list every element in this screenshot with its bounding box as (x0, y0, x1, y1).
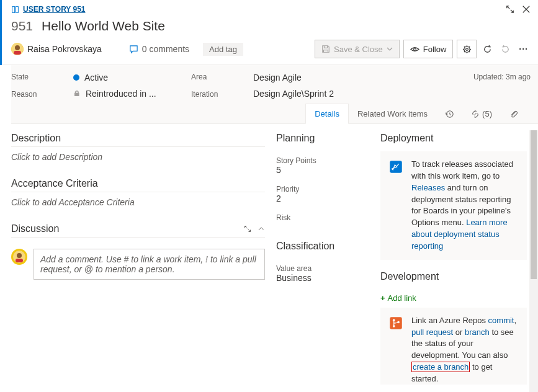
close-icon[interactable] (522, 5, 531, 14)
refresh-icon[interactable] (480, 45, 495, 54)
value-area-label: Value area (276, 264, 369, 273)
scrollbar[interactable] (529, 130, 538, 392)
breadcrumb-link[interactable]: USER STORY 951 (23, 5, 86, 14)
gear-icon (462, 45, 472, 54)
tab-related[interactable]: Related Work items (349, 104, 436, 123)
workitem-title[interactable]: Hello World Web Site (42, 19, 165, 33)
more-icon[interactable]: ··· (516, 44, 531, 54)
expand-icon[interactable] (244, 225, 251, 233)
deployment-heading: Deployment (380, 133, 527, 146)
link-icon (471, 110, 480, 118)
assignee-field[interactable]: Raisa Pokrovskaya (11, 43, 102, 55)
tab-history[interactable] (436, 104, 462, 123)
updated-timestamp: Updated: 3m ago (473, 73, 531, 81)
svg-point-3 (15, 45, 20, 50)
tab-links[interactable]: (5) (462, 104, 501, 123)
priority-label: Priority (276, 185, 369, 194)
settings-button[interactable] (457, 40, 477, 58)
state-label: State (11, 73, 48, 81)
svg-point-7 (465, 48, 468, 50)
plus-icon: + (380, 293, 385, 303)
lock-icon: 🔒︎ (73, 89, 81, 98)
state-field[interactable]: Active (73, 73, 166, 82)
avatar (11, 249, 27, 265)
classification-heading: Classification (276, 241, 369, 254)
svg-point-10 (17, 253, 22, 258)
svg-point-15 (393, 325, 395, 327)
tab-details[interactable]: Details (305, 104, 349, 124)
save-icon (321, 45, 330, 53)
add-link-button[interactable]: + Add link (380, 293, 527, 303)
state-dot-icon (73, 74, 79, 81)
svg-rect-1 (16, 6, 18, 12)
development-panel: Link an Azure Repos commit, pull request… (380, 308, 527, 385)
avatar (11, 43, 24, 55)
undo-icon[interactable] (498, 45, 513, 54)
iteration-field[interactable]: Design Agile\Sprint 2 (253, 89, 449, 99)
save-close-button: Save & Close (315, 40, 400, 58)
branch-icon (388, 315, 405, 385)
svg-rect-11 (16, 259, 23, 262)
releases-link[interactable]: Releases (411, 183, 445, 192)
reason-field[interactable]: 🔒︎Reintroduced in ... (73, 89, 166, 99)
pull-request-link[interactable]: pull request (411, 327, 453, 337)
priority-field[interactable]: 2 (276, 194, 369, 203)
chevron-up-icon[interactable] (258, 225, 265, 233)
svg-rect-0 (12, 6, 15, 12)
discussion-heading: Discussion (11, 223, 59, 234)
story-points-field[interactable]: 5 (276, 165, 369, 175)
comments-label: 0 comments (142, 44, 189, 54)
tab-attachments[interactable] (501, 104, 527, 123)
comments-count[interactable]: 0 comments (129, 44, 189, 54)
commit-link[interactable]: commit (488, 316, 514, 325)
follow-button[interactable]: Follow (403, 40, 454, 58)
discussion-input[interactable]: Add a comment. Use # to link a work item… (34, 249, 265, 280)
deployment-panel: To track releases associated with this w… (380, 151, 527, 260)
eye-icon (410, 45, 419, 54)
acceptance-field[interactable]: Click to add Acceptance Criteria (11, 197, 265, 207)
comment-icon (129, 45, 138, 54)
planning-heading: Planning (276, 133, 369, 146)
rocket-icon (388, 159, 405, 252)
assignee-name: Raisa Pokrovskaya (27, 44, 102, 54)
iteration-label: Iteration (191, 90, 228, 99)
history-icon (445, 110, 454, 118)
add-tag-button[interactable]: Add tag (203, 43, 243, 56)
create-branch-link[interactable]: create a branch (411, 362, 470, 372)
description-heading: Description (11, 133, 265, 147)
svg-point-14 (393, 319, 395, 321)
workitem-id: 951 (11, 19, 33, 33)
area-field[interactable]: Design Agile (253, 73, 449, 82)
branch-link[interactable]: branch (465, 327, 490, 337)
area-label: Area (191, 73, 228, 81)
attachment-icon (509, 110, 518, 118)
scroll-thumb[interactable] (531, 130, 537, 279)
chevron-down-icon (387, 46, 393, 52)
reason-label: Reason (11, 90, 48, 99)
value-area-field[interactable]: Business (276, 273, 369, 283)
description-field[interactable]: Click to add Description (11, 152, 265, 162)
svg-rect-4 (14, 51, 21, 55)
story-points-label: Story Points (276, 156, 369, 165)
risk-label: Risk (276, 213, 369, 222)
svg-point-5 (413, 48, 416, 50)
acceptance-heading: Acceptance Criteria (11, 178, 265, 192)
breadcrumb[interactable]: USER STORY 951 (11, 5, 86, 14)
development-heading: Development (380, 271, 527, 285)
book-icon (11, 6, 19, 14)
fullscreen-icon[interactable] (506, 5, 514, 14)
